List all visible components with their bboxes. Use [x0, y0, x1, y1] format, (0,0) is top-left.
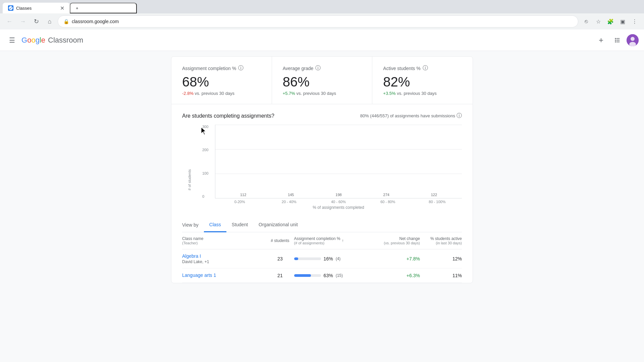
logo-classroom-text: Classroom [48, 36, 83, 45]
bar-group-0: 112 [222, 193, 264, 198]
url-text: classroom.google.com [72, 19, 573, 24]
toolbar-actions: ⎋ ☆ 🧩 ▣ ⋮ [581, 16, 640, 27]
row-assignment-1: 63% (15) [294, 273, 364, 278]
assignment-pct-0: 16% [324, 256, 333, 261]
bookmark-button[interactable]: ☆ [593, 16, 604, 27]
chart-info-icon[interactable]: ⓘ [457, 112, 462, 119]
table-row: Language arts 1 21 63% (15) +6.3% 11% [182, 268, 462, 283]
x-label-4: 80 - 100% [413, 200, 462, 204]
sidebar-button[interactable]: ▣ [617, 16, 628, 27]
row-class-name-1: Language arts 1 [182, 273, 266, 279]
google-apps-button[interactable] [610, 34, 624, 47]
progress-bar-1 [294, 274, 321, 277]
add-content-button[interactable]: + [594, 34, 608, 47]
x-label-0: 0-20% [215, 200, 264, 204]
view-by-label: View by [182, 218, 199, 232]
x-label-2: 40 - 60% [314, 200, 363, 204]
active-tab[interactable]: Classes ✕ [3, 3, 70, 13]
class-link-lang-arts[interactable]: Language arts 1 [182, 273, 266, 278]
x-label-1: 20 - 40% [264, 200, 314, 204]
chart-header: Are students completing assignments? 80%… [182, 112, 462, 119]
y-label-200: 200 [202, 148, 212, 152]
bar-group-1: 145 [270, 193, 312, 198]
progress-fill-1 [294, 274, 311, 277]
chart-plot: 0 100 200 300 112 [202, 125, 462, 198]
content-card: Assignment completion % ⓘ 68% -2.8% vs. … [171, 56, 473, 283]
view-by-section: View by Class Student Organizational uni… [171, 218, 473, 232]
table-row: Algebra I David Lake, +1 23 16% (4) +7.8… [182, 249, 462, 268]
new-tab-button[interactable]: + [70, 3, 137, 13]
tab-bar: Classes ✕ + [0, 0, 644, 13]
x-axis-labels: 0-20% 20 - 40% 40 - 60% 60 - 80% 80 - 10… [202, 200, 462, 204]
y-label-100: 100 [202, 171, 212, 175]
extensions-button[interactable]: 🧩 [605, 16, 616, 27]
back-button[interactable]: ← [4, 16, 15, 27]
row-net-change-0: +7.8% [364, 256, 420, 261]
chart-bars: 112 145 198 [215, 125, 462, 198]
bar-value-1: 145 [288, 193, 294, 197]
bar-value-3: 274 [383, 193, 389, 197]
table-header: Class name (Teacher) # students Assignme… [182, 232, 462, 249]
user-avatar[interactable] [627, 34, 639, 46]
row-net-change-1: +6.3% [364, 273, 420, 278]
stat-assignment-change: -2.8% vs. previous 30 days [182, 91, 261, 96]
stat-grade-info-icon[interactable]: ⓘ [315, 65, 321, 72]
app-header: ☰ Google Classroom + [0, 29, 644, 51]
stat-grade-label: Average grade ⓘ [283, 65, 362, 72]
row-students-1: 21 [266, 273, 294, 278]
stat-grade-value: 86% [283, 74, 362, 89]
stat-active-students: Active students % ⓘ 82% +3.5% vs. previo… [372, 57, 473, 104]
stat-active-label: Active students % ⓘ [383, 65, 462, 72]
share-button[interactable]: ⎋ [581, 16, 592, 27]
bar-group-4: 122 [413, 193, 455, 198]
x-label-3: 60 - 80% [363, 200, 413, 204]
tab-class[interactable]: Class [204, 218, 226, 232]
chart-wrapper: # of students 0 100 200 300 [182, 125, 462, 210]
bar-group-3: 274 [365, 193, 408, 198]
tab-org-unit[interactable]: Organizational unit [253, 218, 303, 232]
stat-assignment-label: Assignment completion % ⓘ [182, 65, 261, 72]
progress-bar-0 [294, 257, 321, 260]
app-logo[interactable]: Google Classroom [21, 36, 83, 45]
stat-active-info-icon[interactable]: ⓘ [423, 65, 428, 72]
row-active-1: 11% [420, 273, 462, 278]
forward-button[interactable]: → [17, 16, 28, 27]
tab-close-button[interactable]: ✕ [60, 5, 64, 11]
bar-value-4: 122 [431, 193, 437, 197]
address-bar[interactable]: 🔒 classroom.google.com [58, 15, 578, 27]
stat-assignment-info-icon[interactable]: ⓘ [238, 65, 244, 72]
stat-average-grade: Average grade ⓘ 86% +5.7% vs. previous 3… [272, 57, 373, 104]
class-link-algebra[interactable]: Algebra I [182, 253, 266, 259]
grid-line-200 [215, 149, 462, 149]
browser-toolbar: ← → ↻ ⌂ 🔒 classroom.google.com ⎋ ☆ 🧩 ▣ ⋮ [0, 13, 644, 29]
stat-grade-change: +5.7% vs. previous 30 days [283, 91, 362, 96]
tab-student[interactable]: Student [226, 218, 253, 232]
stat-assignment-value: 68% [182, 74, 261, 89]
row-class-name-0: Algebra I David Lake, +1 [182, 253, 266, 264]
refresh-button[interactable]: ↻ [31, 16, 42, 27]
chart-subtitle: 80% (446/557) of assignments have submis… [360, 112, 462, 119]
col-header-active: % students active (in last 30 days) [420, 236, 462, 245]
bar-group-2: 198 [317, 193, 360, 198]
col-header-net-change: Net change (vs. previous 30 days) [364, 236, 420, 245]
assignment-pct-1: 63% [324, 273, 333, 278]
col-header-assignment: Assignment completion % (# of assignment… [294, 236, 364, 245]
sort-icon[interactable]: ↑ [342, 238, 344, 243]
chart-plot-area: 112 145 198 [215, 125, 462, 198]
menu-button[interactable]: ⋮ [629, 16, 640, 27]
stat-assignment-completion: Assignment completion % ⓘ 68% -2.8% vs. … [171, 57, 272, 104]
hamburger-menu-button[interactable]: ☰ [5, 34, 19, 47]
progress-fill-0 [294, 257, 299, 260]
stats-row: Assignment completion % ⓘ 68% -2.8% vs. … [171, 57, 473, 104]
lock-icon: 🔒 [63, 19, 69, 24]
logo-google-text: Google [21, 36, 45, 45]
assignment-count-0: (4) [336, 256, 341, 261]
y-label-0: 0 [202, 194, 212, 198]
col-header-students: # students [266, 238, 294, 243]
stat-active-change: +3.5% vs. previous 30 days [383, 91, 462, 96]
y-label-300: 300 [202, 125, 212, 129]
col-header-class-name: Class name (Teacher) [182, 236, 266, 245]
bar-value-0: 112 [240, 193, 246, 197]
main-content: Assignment completion % ⓘ 68% -2.8% vs. … [0, 51, 644, 362]
home-button[interactable]: ⌂ [44, 16, 55, 27]
